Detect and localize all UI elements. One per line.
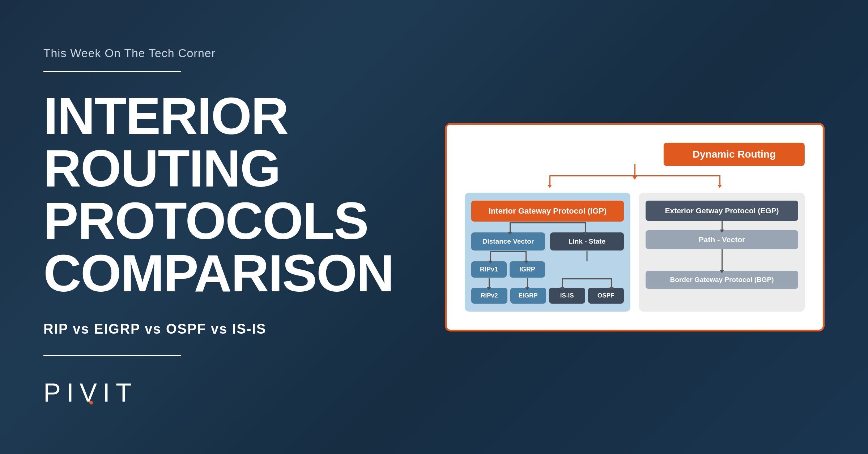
ospf-arrowhead xyxy=(609,287,614,290)
logo-p1: P xyxy=(43,378,67,407)
dv-children: RIPv1 IGRP xyxy=(471,261,545,278)
ripv2-arrow-cell xyxy=(471,278,507,288)
isis-line xyxy=(562,278,563,288)
igp-h-line xyxy=(510,222,586,223)
bottom-protocols-row: RIPv2 EIGRP IS-IS OSPF xyxy=(471,288,624,304)
distance-vector-box: Distance Vector xyxy=(471,232,545,250)
dv-bottom-arrows xyxy=(471,278,545,288)
isis-arrowhead xyxy=(560,287,565,290)
igp-header-box: Interior Gateway Protocol (IGP) xyxy=(471,201,624,222)
ls-placeholder xyxy=(550,261,624,278)
ripv2-arrow xyxy=(489,278,490,288)
ripv1-arrowhead xyxy=(488,261,493,264)
title-line1: INTERIOR ROUTING xyxy=(43,87,288,198)
igp-branch-arrow xyxy=(549,175,550,185)
bgp-arrowhead xyxy=(720,270,724,273)
bgp-arrow-line xyxy=(722,249,723,271)
link-state-box: Link - State xyxy=(550,232,624,250)
h-connector-row xyxy=(465,175,805,185)
ls-bottom-h xyxy=(562,278,612,279)
egp-branch-arrow xyxy=(719,175,720,185)
h-connector-line xyxy=(550,175,720,176)
logo-i1: I xyxy=(67,378,80,407)
dv-arrowhead xyxy=(508,232,512,235)
igp-column: Interior Gateway Protocol (IGP) xyxy=(465,193,630,312)
diagram-card: Dynamic Routing xyxy=(445,123,825,331)
egp-column: Exterior Getway Protocol (EGP) Path - Ve… xyxy=(639,193,805,312)
diagram-title-box: Dynamic Routing xyxy=(664,143,805,166)
bottom-arrows-row xyxy=(471,278,624,288)
bgp-box: Border Gateway Protocol (BGP) xyxy=(646,271,798,289)
ls-bottom-arrows xyxy=(550,278,624,288)
egp-arrow1 xyxy=(646,221,798,230)
igp-sub-connector xyxy=(471,222,624,232)
two-col-wrapper: Interior Gateway Protocol (IGP) xyxy=(465,193,805,312)
igp-right-drop xyxy=(585,222,586,232)
comparison-label: RIP vs EIGRP vs OSPF vs IS-IS xyxy=(43,321,405,337)
dv-left-line xyxy=(490,251,491,261)
logo-t: T xyxy=(116,378,137,407)
title-line3: COMPARISON xyxy=(43,244,393,303)
igrp-arrowhead xyxy=(524,261,528,264)
logo-v: V xyxy=(80,378,103,407)
isis-box: IS-IS xyxy=(549,288,585,304)
left-section: This Week On The Tech Corner INTERIOR RO… xyxy=(43,47,405,407)
dv-arrows-row xyxy=(471,251,624,261)
ls-arrow-container xyxy=(550,251,624,261)
dv-right-line xyxy=(526,251,527,261)
title-line2: PROTOCOLS xyxy=(43,192,368,250)
title-arrow-spacer xyxy=(465,166,805,175)
eigrp-arrow xyxy=(527,278,528,288)
pivit-logo: PIVIT xyxy=(43,378,405,407)
egp-arrow2 xyxy=(646,249,798,271)
main-title: INTERIOR ROUTING PROTOCOLS COMPARISON xyxy=(43,90,405,300)
egp-arrowhead xyxy=(718,185,722,188)
ls-arrowhead xyxy=(583,232,587,235)
igp-sub-arrows xyxy=(471,222,624,232)
right-section: Dynamic Routing xyxy=(445,123,825,331)
dv-arrow-container xyxy=(471,251,545,261)
pivit-text: PIVIT xyxy=(43,378,137,407)
branch-arrows xyxy=(465,175,805,185)
path-vector-box: Path - Vector xyxy=(646,230,798,249)
path-vector-arrow xyxy=(722,221,723,230)
egp-header-box: Exterior Getway Protocol (EGP) xyxy=(646,201,798,221)
eigrp-arrow-cell xyxy=(510,278,545,288)
ls-vert-line xyxy=(587,251,588,261)
ospf-box: OSPF xyxy=(588,288,624,304)
diagram-container: Dynamic Routing xyxy=(465,143,805,312)
divider-top xyxy=(43,71,181,72)
dv-ls-row: Distance Vector Link - State xyxy=(471,232,624,250)
igp-arrowhead xyxy=(548,185,552,188)
igp-left-drop xyxy=(510,222,511,232)
divider-bottom xyxy=(43,355,181,356)
logo-dot xyxy=(89,401,93,404)
dv-h-line xyxy=(490,251,527,252)
ospf-line xyxy=(611,278,612,288)
logo-i2: I xyxy=(103,378,116,407)
ripv1-igrp-row: RIPv1 IGRP xyxy=(471,261,624,278)
subtitle-text: This Week On The Tech Corner xyxy=(43,47,405,60)
